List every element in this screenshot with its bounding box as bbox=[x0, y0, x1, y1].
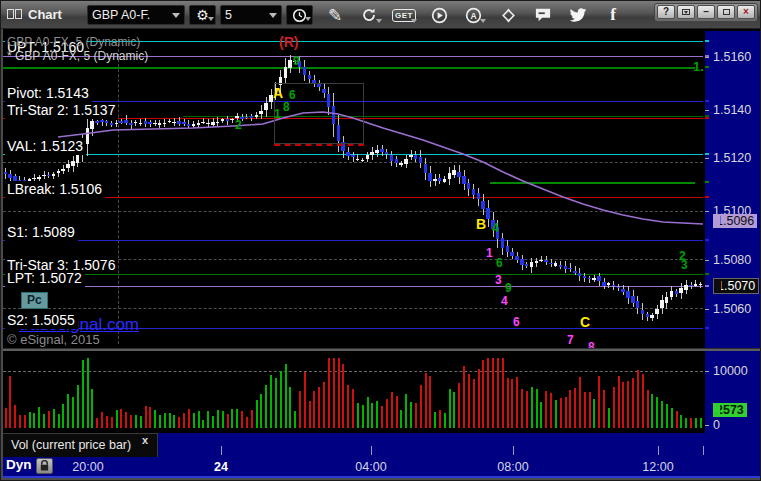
lock-button[interactable] bbox=[36, 458, 53, 474]
axis-level-notch bbox=[705, 117, 709, 119]
symbol-settings-button[interactable]: ⚙ bbox=[189, 5, 216, 25]
volume-pane[interactable] bbox=[3, 351, 703, 433]
volume-bar bbox=[429, 376, 431, 428]
candle bbox=[481, 201, 485, 209]
candle bbox=[259, 111, 263, 114]
interval-dropdown[interactable]: 5 bbox=[220, 5, 282, 25]
volume-bar bbox=[24, 415, 26, 428]
annotation-label: 4 bbox=[492, 221, 499, 235]
volume-bar bbox=[574, 388, 576, 428]
candle bbox=[535, 261, 539, 262]
volume-bar bbox=[521, 389, 523, 428]
volume-bar bbox=[627, 381, 629, 428]
comment-button[interactable] bbox=[529, 4, 557, 26]
copyright-text: © eSignal, 2015 bbox=[7, 332, 100, 347]
axis-tick bbox=[705, 110, 709, 111]
candle bbox=[269, 95, 273, 101]
volume-bar bbox=[251, 410, 253, 428]
candle bbox=[390, 155, 394, 161]
symbol-dropdown[interactable]: GBP A0-F. bbox=[87, 5, 185, 25]
candle bbox=[452, 170, 456, 175]
level-label[interactable]: LPT: 1.5072 bbox=[5, 270, 85, 287]
candle bbox=[37, 177, 41, 179]
volume-bar bbox=[487, 358, 489, 428]
annotation-label: 9 bbox=[293, 54, 300, 68]
play-button[interactable] bbox=[425, 4, 453, 26]
facebook-button[interactable]: f bbox=[599, 4, 627, 26]
title-bar[interactable]: Chart GBP A0-F. ⚙ 5 ✎ bbox=[1, 1, 761, 29]
volume-bar bbox=[43, 414, 45, 428]
volume-bar bbox=[536, 389, 538, 428]
dyn-toggle[interactable]: Dyn bbox=[6, 457, 32, 472]
level-label[interactable]: LBreak: 1.5106 bbox=[5, 181, 105, 198]
candle bbox=[641, 310, 645, 314]
volume-bar bbox=[618, 376, 620, 428]
candle bbox=[385, 152, 389, 154]
volume-bar bbox=[434, 412, 436, 428]
axis-tick bbox=[705, 158, 709, 159]
candle bbox=[163, 123, 167, 125]
dock-button[interactable] bbox=[677, 5, 695, 19]
volume-bar bbox=[613, 387, 615, 428]
twitter-button[interactable] bbox=[564, 4, 592, 26]
candle bbox=[153, 123, 157, 124]
axis-tick bbox=[705, 57, 709, 58]
price-level-line bbox=[3, 197, 703, 198]
volume-bar bbox=[289, 387, 291, 428]
candle bbox=[284, 67, 288, 78]
volume-bar bbox=[77, 385, 79, 428]
volume-bar bbox=[313, 391, 315, 428]
volume-bar bbox=[396, 396, 398, 428]
price-pane[interactable]: GBP A0-FX, 5 (Dynamic) * GBP A0-FX, 5 (D… bbox=[3, 31, 703, 348]
candle bbox=[192, 124, 196, 126]
annotation-label: 3 bbox=[495, 273, 502, 287]
volume-bar bbox=[468, 374, 470, 428]
help-button[interactable]: ? bbox=[657, 5, 675, 19]
annotation-label: 6 bbox=[289, 88, 296, 102]
auto-button[interactable]: A bbox=[459, 4, 487, 26]
legend-line-1: GBP A0-FX, 5 (Dynamic) bbox=[7, 35, 140, 49]
annotation-label: 4 bbox=[501, 294, 508, 308]
reload-button[interactable] bbox=[355, 4, 383, 26]
volume-bar bbox=[67, 394, 69, 428]
candle bbox=[539, 260, 543, 261]
volume-bar bbox=[415, 403, 417, 428]
candle bbox=[57, 171, 61, 172]
candle bbox=[211, 122, 215, 125]
candle bbox=[520, 259, 524, 265]
level-label[interactable]: Tri-Star 2: 1.5137 bbox=[5, 102, 118, 119]
time-label: 24 bbox=[214, 460, 228, 474]
volume-bar bbox=[632, 378, 634, 428]
candle bbox=[592, 278, 596, 279]
axis-tick bbox=[705, 371, 709, 372]
level-label[interactable]: S1: 1.5089 bbox=[5, 224, 78, 241]
link-button[interactable] bbox=[494, 4, 522, 26]
candle bbox=[115, 123, 119, 124]
volume-bar bbox=[91, 389, 93, 428]
time-tick bbox=[658, 446, 659, 455]
volume-bar bbox=[425, 373, 427, 428]
annotation-label: 6 bbox=[513, 315, 520, 329]
window-title: Chart bbox=[28, 7, 62, 22]
price-axis[interactable]: 1.51601.51401.51201.51001.50801.50601.50… bbox=[705, 31, 760, 476]
time-axis[interactable]: Vol (current price bar) x Dyn 20:002404:… bbox=[3, 433, 760, 476]
close-icon[interactable]: x bbox=[142, 434, 148, 446]
maximize-button[interactable] bbox=[717, 5, 735, 19]
candle bbox=[361, 160, 365, 161]
get-data-button[interactable]: GET bbox=[390, 4, 418, 26]
level-label[interactable]: VAL: 1.5123 bbox=[5, 138, 86, 155]
tab-vol-study[interactable]: Vol (current price bar) x bbox=[3, 433, 158, 457]
candle bbox=[221, 119, 225, 121]
volume-bar bbox=[29, 412, 31, 428]
volume-bar bbox=[700, 418, 702, 428]
time-settings-button[interactable] bbox=[286, 5, 313, 25]
candle bbox=[356, 159, 360, 160]
draw-button[interactable]: ✎ bbox=[321, 4, 349, 26]
axis-level-notch bbox=[705, 66, 709, 68]
level-label[interactable]: Pivot: 1.5143 bbox=[5, 85, 92, 102]
level-label[interactable]: S2: 1.5055 bbox=[5, 312, 78, 329]
volume-bar bbox=[111, 417, 113, 428]
close-button[interactable]: × bbox=[737, 5, 755, 19]
candle bbox=[124, 120, 128, 123]
minimize-button[interactable]: – bbox=[697, 5, 715, 19]
